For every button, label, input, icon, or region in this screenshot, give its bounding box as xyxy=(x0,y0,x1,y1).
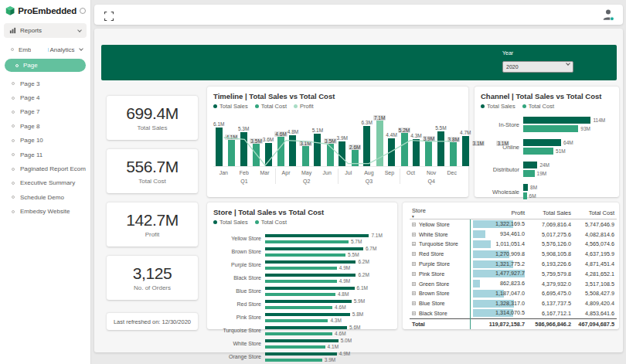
total-cost-bar[interactable] xyxy=(265,253,345,257)
expand-icon[interactable] xyxy=(412,272,416,276)
total-sales-bar[interactable] xyxy=(265,274,356,277)
total-sales-bar[interactable] xyxy=(240,132,247,166)
sidebar-item-page-11[interactable]: Page 11 xyxy=(0,148,90,162)
total-cost-bar[interactable] xyxy=(523,192,527,199)
total-sales-bar[interactable] xyxy=(413,139,420,167)
header-band: Year 2020 xyxy=(101,45,617,80)
total-sales-bar[interactable] xyxy=(265,326,347,329)
sidebar-item-schedule-demo[interactable]: Schedule Demo xyxy=(0,190,90,204)
total-cost-bar[interactable] xyxy=(265,332,332,335)
sidebar-item-page-3[interactable]: Page 3 xyxy=(0,77,90,90)
total-sales-bar[interactable] xyxy=(289,135,296,166)
total-cost-bar[interactable] xyxy=(523,125,578,132)
total-sales-bar[interactable] xyxy=(523,139,561,146)
total-sales-bar[interactable] xyxy=(339,141,345,166)
total-cost-bar[interactable] xyxy=(265,306,332,309)
total-sales-bar[interactable] xyxy=(265,300,352,303)
timeline-month-group: 3.6M4.6M xyxy=(263,131,287,166)
total-sales-bar[interactable] xyxy=(265,352,337,355)
expand-icon[interactable] xyxy=(412,223,416,226)
category-row: Black Store6.2M4.9M xyxy=(213,272,391,284)
user-account-button[interactable] xyxy=(602,9,614,21)
total-cost-bar[interactable] xyxy=(302,146,309,166)
collapse-circle-icon[interactable] xyxy=(80,8,86,14)
y-axis-category-label: Brown Store xyxy=(213,249,261,254)
column-header-total-sales[interactable]: Total Sales xyxy=(527,206,573,219)
sidebar-item-label: Executive Summary xyxy=(20,179,75,186)
sidebar-item-reports[interactable]: Reports xyxy=(4,23,87,38)
table-total-row: Total119,872,158.7586,966,846.2467,094,6… xyxy=(410,318,617,328)
bar-value-label: 3.6M xyxy=(263,137,274,142)
total-sales-bar[interactable] xyxy=(363,126,370,166)
sidebar-item-page-8[interactable]: Page 8 xyxy=(0,119,90,133)
kpi-value: 556.7M xyxy=(126,158,179,176)
sidebar-item-page-7[interactable]: Page 7 xyxy=(0,105,90,119)
total-sales-cell: 6,695,475.0 xyxy=(527,288,573,298)
logo: ProEmbedded xyxy=(0,0,90,20)
expand-icon[interactable] xyxy=(412,242,416,246)
sidebar-item-paginated-report-ecom[interactable]: Paginated Report Ecom xyxy=(0,162,90,175)
fullscreen-button[interactable] xyxy=(104,10,114,19)
total-cost-bar[interactable] xyxy=(265,280,337,283)
profit-cell: 1,321,775.2 xyxy=(470,259,527,269)
total-sales-bar[interactable] xyxy=(437,131,444,167)
total-sales-bar[interactable] xyxy=(523,117,590,124)
total-cost-bar[interactable] xyxy=(265,319,328,322)
total-sales-bar[interactable] xyxy=(265,339,339,342)
total-cost-bar[interactable] xyxy=(228,140,235,166)
total-sales-cell: 7,069,816.4 xyxy=(527,219,573,230)
total-cost-bar[interactable] xyxy=(253,144,260,166)
bar-value-label: 4.9M xyxy=(339,278,350,284)
expand-icon[interactable] xyxy=(412,282,416,286)
kpi-card-total-cost: 556.7MTotal Cost xyxy=(107,149,198,193)
total-cost-bar[interactable] xyxy=(265,240,349,243)
sidebar-item-executive-summary[interactable]: Executive Summary xyxy=(0,176,90,190)
total-sales-bar[interactable] xyxy=(265,313,350,316)
total-cost-bar[interactable] xyxy=(327,144,334,166)
total-cost-bar[interactable] xyxy=(352,150,359,167)
y-axis-category-label: Orange Store xyxy=(213,354,261,359)
total-sales-bar[interactable] xyxy=(314,134,321,166)
expand-icon[interactable] xyxy=(412,252,416,256)
total-sales-bar[interactable] xyxy=(523,184,528,191)
expand-icon[interactable] xyxy=(412,311,416,315)
column-header-profit[interactable]: Profit xyxy=(470,206,527,219)
sidebar-item-selected-page[interactable]: Page xyxy=(5,59,86,72)
total-cost-bar[interactable] xyxy=(265,293,335,296)
total-cost-bar[interactable] xyxy=(265,345,325,349)
total-sales-bar[interactable] xyxy=(462,136,469,166)
total-sales-bar[interactable] xyxy=(388,138,395,166)
total-cost-bar[interactable] xyxy=(376,121,383,166)
total-cost-bar[interactable] xyxy=(523,148,553,155)
column-header-store[interactable]: Store▾ xyxy=(410,206,470,219)
sidebar-item-page-10[interactable]: Page 10 xyxy=(0,134,90,148)
total-cost-bar[interactable] xyxy=(401,133,408,166)
total-cost-cell: 4,281,652.1 xyxy=(573,269,617,279)
expand-icon[interactable] xyxy=(412,233,416,236)
fullscreen-icon xyxy=(104,12,114,21)
expand-icon[interactable] xyxy=(412,301,416,305)
total-sales-bar[interactable] xyxy=(265,287,355,290)
column-header-label: Store xyxy=(412,207,426,214)
sidebar-item-embedsy-website[interactable]: Embedsy Website xyxy=(0,205,90,219)
total-cost-bar[interactable] xyxy=(265,267,337,270)
total-cost-bar[interactable] xyxy=(425,141,432,166)
expand-icon[interactable] xyxy=(412,291,416,295)
column-header-total-cost[interactable]: Total Cost xyxy=(573,206,617,219)
expand-icon[interactable] xyxy=(412,262,416,266)
total-cost-bar[interactable] xyxy=(450,142,457,166)
total-sales-bar[interactable] xyxy=(265,143,272,166)
total-sales-bar[interactable] xyxy=(265,247,363,250)
total-cost-bar[interactable] xyxy=(277,137,284,166)
total-sales-bar[interactable] xyxy=(216,128,223,166)
total-sales-bar[interactable] xyxy=(523,162,537,168)
total-cost-bar[interactable] xyxy=(523,170,535,177)
total-sales-bar[interactable] xyxy=(265,234,369,237)
total-cost-bar[interactable] xyxy=(265,359,322,362)
x-axis-month-label: Apr xyxy=(276,170,297,175)
year-dropdown[interactable]: 2020 xyxy=(502,61,573,73)
bullet-icon xyxy=(12,139,15,142)
total-sales-bar[interactable] xyxy=(265,260,356,264)
sidebar-item-page-4[interactable]: Page 4 xyxy=(0,90,90,104)
chart-title: Store | Total Sales vs Total Cost xyxy=(213,208,391,216)
